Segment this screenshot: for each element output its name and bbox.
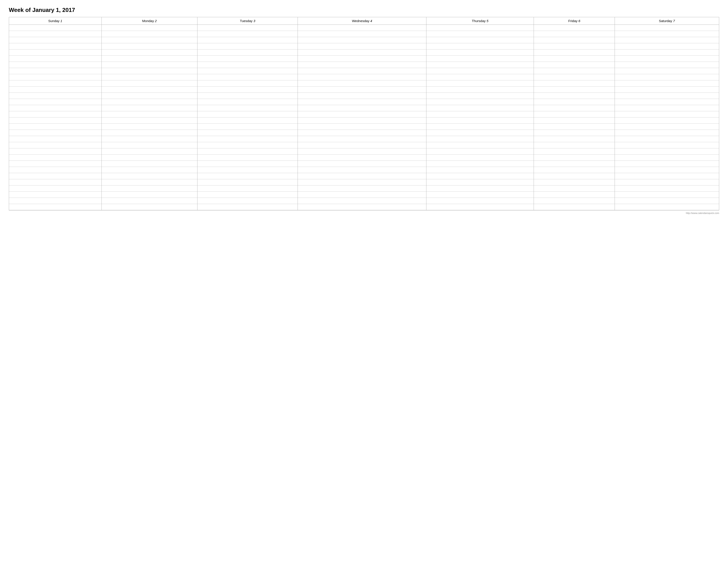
- line-row: [102, 68, 197, 74]
- line-row: [426, 93, 534, 99]
- line-row: [615, 43, 719, 49]
- line-row: [298, 167, 426, 173]
- line-row: [9, 204, 101, 210]
- day-cell-friday[interactable]: [534, 25, 615, 210]
- line-row: [9, 173, 101, 179]
- line-row: [615, 198, 719, 204]
- line-row: [298, 185, 426, 192]
- line-row: [615, 185, 719, 192]
- day-cell-tuesday[interactable]: [197, 25, 298, 210]
- line-row: [426, 86, 534, 93]
- line-row: [534, 56, 614, 62]
- line-row: [615, 179, 719, 185]
- day-cell-sunday[interactable]: [9, 25, 102, 210]
- line-row: [102, 117, 197, 124]
- day-lines-sunday: [9, 25, 101, 210]
- line-row: [197, 62, 298, 68]
- line-row: [534, 173, 614, 179]
- line-row: [9, 49, 101, 56]
- line-row: [426, 49, 534, 56]
- calendar-table: Sunday 1Monday 2Tuesday 3Wednesday 4Thur…: [9, 17, 719, 210]
- line-row: [197, 142, 298, 148]
- line-row: [102, 198, 197, 204]
- line-row: [534, 154, 614, 161]
- line-row: [9, 80, 101, 86]
- line-row: [534, 198, 614, 204]
- line-row: [615, 117, 719, 124]
- line-row: [426, 37, 534, 43]
- line-row: [426, 130, 534, 136]
- day-lines-monday: [102, 25, 197, 210]
- line-row: [197, 86, 298, 93]
- line-row: [534, 136, 614, 142]
- day-cell-thursday[interactable]: [426, 25, 534, 210]
- line-row: [197, 56, 298, 62]
- line-row: [9, 25, 101, 31]
- line-row: [534, 25, 614, 31]
- line-row: [102, 86, 197, 93]
- line-row: [615, 148, 719, 154]
- day-cell-saturday[interactable]: [615, 25, 719, 210]
- line-row: [197, 198, 298, 204]
- line-row: [534, 161, 614, 167]
- line-row: [534, 167, 614, 173]
- line-row: [197, 161, 298, 167]
- line-row: [426, 167, 534, 173]
- line-row: [197, 25, 298, 31]
- page-title: Week of January 1, 2017: [9, 7, 719, 13]
- line-row: [615, 93, 719, 99]
- line-row: [615, 99, 719, 105]
- line-row: [197, 192, 298, 198]
- day-cell-monday[interactable]: [101, 25, 197, 210]
- column-header-wednesday: Wednesday 4: [298, 17, 426, 25]
- line-row: [426, 173, 534, 179]
- line-row: [9, 56, 101, 62]
- line-row: [298, 204, 426, 210]
- line-row: [534, 80, 614, 86]
- line-row: [298, 25, 426, 31]
- line-row: [9, 198, 101, 204]
- line-row: [298, 130, 426, 136]
- line-row: [534, 49, 614, 56]
- line-row: [426, 148, 534, 154]
- line-row: [197, 37, 298, 43]
- line-row: [426, 99, 534, 105]
- line-row: [426, 62, 534, 68]
- line-row: [534, 74, 614, 80]
- line-row: [426, 31, 534, 37]
- line-row: [102, 142, 197, 148]
- line-row: [9, 167, 101, 173]
- line-row: [298, 148, 426, 154]
- line-row: [534, 117, 614, 124]
- line-row: [102, 192, 197, 198]
- line-row: [534, 142, 614, 148]
- line-row: [615, 142, 719, 148]
- line-row: [9, 142, 101, 148]
- day-lines-saturday: [615, 25, 719, 210]
- line-row: [9, 148, 101, 154]
- line-row: [534, 37, 614, 43]
- column-header-tuesday: Tuesday 3: [197, 17, 298, 25]
- line-row: [102, 167, 197, 173]
- line-row: [9, 111, 101, 117]
- line-row: [197, 154, 298, 161]
- line-row: [426, 111, 534, 117]
- line-row: [298, 62, 426, 68]
- line-row: [534, 31, 614, 37]
- line-row: [534, 105, 614, 111]
- line-row: [615, 111, 719, 117]
- line-row: [426, 74, 534, 80]
- line-row: [9, 74, 101, 80]
- day-lines-wednesday: [298, 25, 426, 210]
- line-row: [615, 204, 719, 210]
- line-row: [426, 80, 534, 86]
- line-row: [197, 111, 298, 117]
- line-row: [298, 68, 426, 74]
- line-row: [102, 49, 197, 56]
- line-row: [615, 192, 719, 198]
- line-row: [534, 185, 614, 192]
- line-row: [102, 204, 197, 210]
- line-row: [298, 117, 426, 124]
- day-cell-wednesday[interactable]: [298, 25, 426, 210]
- line-row: [298, 124, 426, 130]
